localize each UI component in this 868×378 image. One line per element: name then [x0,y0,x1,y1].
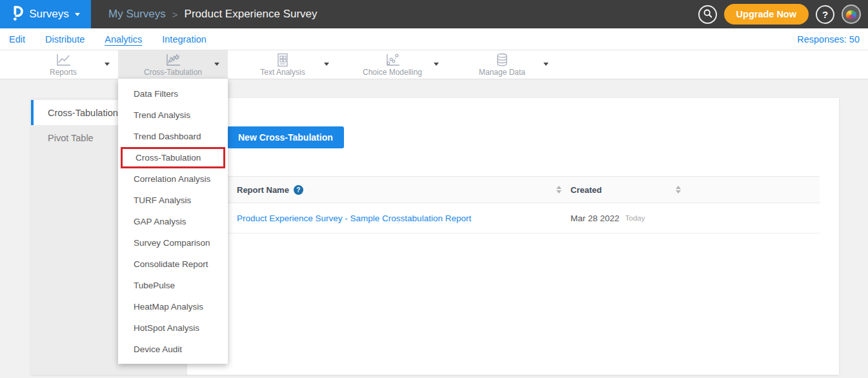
upgrade-now-button[interactable]: Upgrade Now [724,4,809,25]
search-button[interactable] [698,5,717,24]
sort-desc-icon [676,190,681,194]
multi-line-chart-icon [165,53,181,67]
column-header-label: Created [570,185,601,195]
nav-tab-analytics[interactable]: Analytics [105,34,142,45]
column-header-label: Report Name [237,185,289,195]
page-title: Product Experience Survey [185,8,318,21]
menu-item-trend-dashboard[interactable]: Trend Dashboard [118,126,228,147]
table-row: Product Experience Survey - Sample Cross… [227,203,820,234]
topbar-actions: Upgrade Now ? [698,4,861,25]
product-label: Surveys [29,8,68,21]
questionpro-logo-icon [11,5,23,25]
toolbar-item-text-analysis[interactable]: Text Analysis [228,50,338,79]
column-report-name: Report Name ? [227,185,563,195]
toolbar-item-reports[interactable]: Reports [8,50,118,79]
created-cell: Mar 28 2022 Today [563,214,682,223]
chevron-down-icon [324,63,329,66]
nav-tab-distribute[interactable]: Distribute [45,34,85,45]
toolbar-label: Choice Modelling [363,68,422,77]
surveys-product-switcher[interactable]: Surveys [0,0,91,28]
created-date: Mar 28 2022 [570,214,620,223]
nav-tab-edit[interactable]: Edit [9,34,25,45]
toolbar-item-manage-data[interactable]: Manage Data [447,50,557,79]
toolbar-item-choice-modelling[interactable]: Choice Modelling [338,50,447,79]
panel-content: New Cross-Tabulation Report Name ? Creat… [187,98,839,375]
menu-item-hotspot-analysis[interactable]: HotSpot Analysis [118,317,228,339]
help-icon[interactable]: ? [294,185,303,195]
menu-item-correlation-analysis[interactable]: Correlation Analysis [118,168,228,190]
nav-tab-integration[interactable]: Integration [162,34,207,45]
menu-item-gap-analysis[interactable]: GAP Analysis [118,211,228,232]
sort-asc-icon [556,186,561,189]
menu-item-trend-analysis[interactable]: Trend Analysis [118,104,228,126]
scatter-chart-icon [384,53,401,67]
sort-desc-icon [556,190,561,194]
new-cross-tabulation-button[interactable]: New Cross-Tabulation [227,126,344,148]
line-chart-icon [55,53,72,67]
cross-tabulation-dropdown-menu: Data Filters Trend Analysis Trend Dashbo… [118,79,228,364]
menu-item-cross-tabulation[interactable]: Cross-Tabulation [121,147,225,168]
table-header-row: Report Name ? Created [227,176,820,203]
menu-item-tubepulse[interactable]: TubePulse [118,275,228,296]
report-name-cell: Product Experience Survey - Sample Cross… [227,214,563,223]
responses-count: Responses: 50 [797,34,868,45]
toolbar-label: Reports [50,68,77,77]
breadcrumb-my-surveys[interactable]: My Surveys [108,8,166,21]
question-mark-icon: ? [822,9,828,20]
created-note: Today [625,214,645,222]
document-grid-icon [275,53,290,67]
chevron-down-icon [105,63,110,66]
chevron-down-icon [214,63,219,66]
database-icon [494,53,510,67]
menu-item-survey-comparison[interactable]: Survey Comparison [118,232,228,254]
column-created: Created [563,185,682,195]
chevron-down-icon [543,63,549,66]
menu-item-turf-analysis[interactable]: TURF Analysis [118,190,228,211]
breadcrumb: My Surveys > Product Experience Survey [108,8,318,21]
top-header-bar: Surveys My Surveys > Product Experience … [0,0,868,28]
toolbar-label: Manage Data [479,68,525,77]
chevron-down-icon [434,63,439,66]
nav-links: Edit Distribute Analytics Integration [0,34,207,45]
avatar-logo-icon [846,10,856,19]
help-button[interactable]: ? [816,5,834,24]
menu-item-heatmap-analysis[interactable]: HeatMap Analysis [118,296,228,317]
report-link[interactable]: Product Experience Survey - Sample Cross… [237,214,471,223]
survey-section-nav: Edit Distribute Analytics Integration Re… [0,28,868,50]
reports-table: Report Name ? Created Pr [227,176,820,234]
sort-toggle-created[interactable] [676,186,682,194]
account-avatar[interactable] [842,5,861,24]
breadcrumb-separator: > [172,9,178,20]
search-icon [703,8,712,20]
menu-item-data-filters[interactable]: Data Filters [118,83,228,104]
menu-item-device-audit[interactable]: Device Audit [118,339,228,360]
toolbar-label: Cross-Tabulation [144,68,202,77]
chevron-down-icon [75,13,80,16]
sort-toggle-report-name[interactable] [556,186,563,194]
toolbar-item-cross-tabulation[interactable]: Cross-Tabulation [118,50,228,79]
sidebar-tab-label: Pivot Table [48,133,94,143]
sidebar-tab-label: Cross-Tabulation [48,108,118,118]
sort-asc-icon [676,186,681,189]
menu-item-consolidate-report[interactable]: Consolidate Report [118,254,228,275]
analytics-toolbar: Reports Cross-Tabulation Text Analysis [0,50,868,79]
toolbar-label: Text Analysis [260,68,305,77]
